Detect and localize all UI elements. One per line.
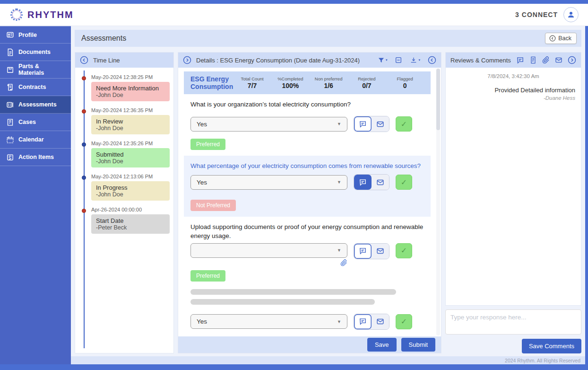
envelope-icon (376, 120, 384, 128)
sidebar-item-label: Profile (18, 32, 37, 38)
comment-icon[interactable] (516, 56, 524, 64)
mail-button[interactable] (372, 175, 389, 190)
answer-select[interactable]: ▼ (190, 243, 347, 258)
comment-button[interactable] (354, 314, 372, 329)
person-icon (567, 10, 575, 19)
copyright-text: 2024 Rhythm. All Rights Reserved (505, 358, 580, 363)
bottom-frame (0, 364, 588, 370)
question-text: What percentage of your electricity cons… (190, 162, 424, 170)
sidebar-item-documents[interactable]: Documents (0, 44, 71, 61)
comment-button-active[interactable] (354, 175, 372, 190)
sidebar-item-parts-materials[interactable]: Parts & Materials (0, 61, 71, 79)
timeline-dot (82, 76, 86, 80)
sidebar-item-label: Cases (18, 119, 36, 125)
dropdown-caret-icon: ▼ (337, 122, 341, 126)
contract-icon (6, 83, 14, 91)
stat-rejected: Rejected 0/7 (348, 76, 386, 89)
timeline-item: May-20-2024 12:38:25 PM Need More Inform… (91, 74, 170, 101)
timeline-card: Start Date -Peter Beck (91, 214, 170, 234)
timeline-author: -John Doe (96, 158, 165, 165)
action-icon-group (354, 314, 389, 330)
timeline-date: May-20-2024 12:35:26 PM (91, 141, 170, 146)
approve-button[interactable]: ✓ (396, 243, 412, 258)
envelope-icon (376, 247, 384, 255)
check-square-icon (6, 153, 14, 161)
sidebar-item-action-items[interactable]: Action Items (0, 149, 71, 166)
mail-button[interactable] (372, 244, 389, 259)
save-button[interactable]: Save (367, 338, 397, 352)
action-icon-group (354, 243, 389, 259)
sidebar-item-calendar[interactable]: Calendar (0, 131, 71, 149)
copyright-bar: 2024 Rhythm. All Rights Reserved (71, 356, 585, 364)
answer-select[interactable]: Yes ▼ (190, 314, 347, 329)
skeleton-bar (190, 289, 396, 295)
back-button[interactable]: Back (545, 33, 577, 44)
reviews-panel: Reviews & Comments 7/8/2024, 3:42:30 Am (445, 52, 581, 306)
case-file-icon (6, 118, 14, 126)
download-button[interactable]: ▾ (410, 56, 420, 64)
save-comments-button[interactable]: Save Comments (522, 339, 581, 353)
document-icon (6, 48, 14, 56)
filter-button[interactable]: ▾ (378, 57, 388, 64)
answer-select[interactable]: Yes ▼ (190, 175, 347, 190)
question-block-2: What percentage of your electricity cons… (184, 156, 431, 217)
details-toolbar: ▾ ▾ (378, 56, 436, 64)
sidebar-item-profile[interactable]: Profile (0, 26, 71, 44)
caret-down-icon: ▾ (418, 58, 420, 62)
reviews-column: Reviews & Comments 7/8/2024, 3:42:30 Am (445, 52, 581, 353)
mail-button[interactable] (372, 314, 389, 329)
assessment-name-link[interactable]: ESG Energy Consumption (190, 75, 233, 90)
user-avatar[interactable] (563, 7, 579, 22)
connect-label: 3 CONNECT (515, 11, 558, 18)
preferred-badge: Preferred (190, 270, 225, 282)
timeline-status: Need More Information (96, 85, 165, 92)
rhythm-logo-icon (10, 9, 23, 21)
response-input[interactable] (445, 309, 581, 335)
paperclip-icon (340, 259, 347, 266)
question-text: What is your organization’s total electr… (190, 100, 424, 109)
collapse-left-icon[interactable] (428, 56, 436, 64)
assessment-icon (6, 100, 14, 109)
timeline-card: In Review -John Doe (91, 115, 170, 134)
answer-select[interactable]: Yes ▼ (190, 117, 347, 132)
submit-button[interactable]: Submit (401, 338, 435, 352)
approve-button[interactable]: ✓ (396, 116, 412, 132)
expand-right-icon[interactable] (183, 56, 191, 64)
notes-icon[interactable] (529, 56, 537, 64)
details-body: ESG Energy Consumption Total Count 7/7 %… (178, 68, 441, 336)
timeline-date: May-20-2024 12:36:35 PM (91, 107, 170, 113)
timeline-status: Start Date (96, 217, 165, 224)
mail-button[interactable] (372, 116, 389, 132)
collapse-left-icon[interactable] (80, 56, 88, 64)
comments-list: 7/8/2024, 3:42:30 Am Provided Detailed i… (446, 68, 581, 305)
envelope-icon[interactable] (555, 56, 562, 64)
timeline-panel: Time Line May-20-2024 12:38:25 PM Need M… (75, 52, 174, 353)
reviews-header: Reviews & Comments (446, 53, 581, 68)
collapse-all-button[interactable] (395, 56, 402, 64)
app-header: RHYTHM 3 CONNECT (0, 4, 588, 26)
timeline-card: Submitted -John Doe (91, 148, 170, 167)
sidebar-item-contracts[interactable]: Contracts (0, 79, 71, 96)
approve-button[interactable]: ✓ (396, 314, 412, 329)
timeline-body: May-20-2024 12:38:25 PM Need More Inform… (75, 68, 173, 353)
action-icon-group (354, 116, 389, 132)
sidebar-item-label: Contracts (18, 84, 46, 90)
brand-name: RHYTHM (27, 9, 74, 20)
expand-right-icon[interactable] (568, 56, 576, 64)
sidebar-item-cases[interactable]: Cases (0, 114, 71, 131)
comment-button[interactable] (354, 116, 372, 132)
attach-file-button[interactable] (340, 259, 347, 268)
assessment-stats-bar: ESG Energy Consumption Total Count 7/7 %… (184, 71, 431, 94)
details-scrollbar[interactable] (436, 69, 440, 335)
timeline-item: May-20-2024 12:13:06 PM In Progress -Joh… (91, 174, 170, 201)
header-right: 3 CONNECT (515, 7, 579, 22)
question-block-1: What is your organization’s total electr… (184, 94, 431, 156)
comment-button[interactable] (354, 244, 372, 259)
sidebar-item-assessments[interactable]: Assessments (0, 96, 71, 114)
stat-non-preferred: Non preferred 1/6 (310, 76, 348, 89)
approve-button[interactable]: ✓ (396, 175, 412, 190)
timeline-status: In Progress (96, 184, 165, 191)
paperclip-icon[interactable] (542, 56, 550, 64)
stat-flagged: Flagged 0 (386, 76, 424, 89)
timeline-item: May-20-2024 12:36:35 PM In Review -John … (91, 107, 170, 134)
